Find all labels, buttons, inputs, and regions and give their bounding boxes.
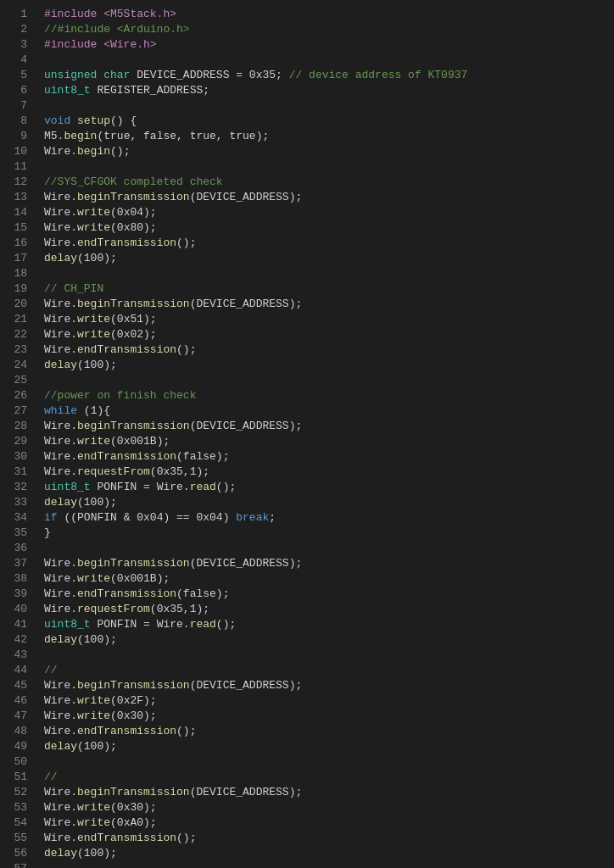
code-line: delay(100); (44, 846, 614, 861)
code-line: Wire.endTransmission(false); (44, 587, 614, 602)
code-line: delay(100); (44, 632, 614, 648)
code-line: Wire.endTransmission(false); (44, 449, 614, 465)
line-number: 45 (7, 678, 27, 693)
code-line: Wire.beginTransmission(DEVICE_ADDRESS); (44, 419, 614, 434)
line-number: 3 (7, 37, 27, 53)
line-number: 43 (7, 648, 27, 663)
code-line: Wire.endTransmission(); (44, 724, 614, 739)
code-line: delay(100); (44, 358, 614, 373)
line-number: 12 (7, 175, 27, 190)
code-line: //#include <Arduino.h> (44, 22, 614, 37)
line-number: 14 (7, 205, 27, 220)
code-line: uint8_t PONFIN = Wire.read(); (44, 617, 614, 632)
code-line (44, 754, 614, 770)
code-line: Wire.write(0x001B); (44, 571, 614, 587)
line-number: 50 (7, 754, 27, 770)
line-number: 22 (7, 327, 27, 342)
code-line: //power on finish check (44, 388, 614, 403)
line-number: 8 (7, 114, 27, 129)
line-number: 16 (7, 236, 27, 251)
line-number: 55 (7, 831, 27, 846)
line-number: 31 (7, 465, 27, 480)
line-number: 27 (7, 403, 27, 419)
line-number: 39 (7, 587, 27, 602)
line-number: 17 (7, 251, 27, 266)
code-line: Wire.write(0xA0); (44, 815, 614, 831)
code-line (44, 266, 614, 281)
code-line: // (44, 770, 614, 785)
line-number: 32 (7, 480, 27, 495)
line-number: 52 (7, 785, 27, 800)
code-line: Wire.beginTransmission(DEVICE_ADDRESS); (44, 678, 614, 693)
line-number: 44 (7, 663, 27, 678)
line-number: 4 (7, 53, 27, 68)
line-number: 51 (7, 770, 27, 785)
line-number: 10 (7, 144, 27, 159)
code-line: Wire.beginTransmission(DEVICE_ADDRESS); (44, 785, 614, 800)
line-number: 40 (7, 602, 27, 617)
line-number: 13 (7, 190, 27, 205)
code-line: Wire.write(0x51); (44, 312, 614, 327)
line-number: 33 (7, 495, 27, 510)
code-line: unsigned char DEVICE_ADDRESS = 0x35; // … (44, 68, 614, 83)
code-line: delay(100); (44, 739, 614, 754)
code-line: Wire.write(0x04); (44, 205, 614, 220)
line-number: 56 (7, 846, 27, 861)
code-line (44, 159, 614, 175)
code-line: Wire.write(0x2F); (44, 693, 614, 709)
line-number: 23 (7, 342, 27, 358)
line-number: 9 (7, 129, 27, 144)
line-number-gutter: 1234567891011121314151617181920212223242… (0, 7, 34, 868)
code-line: #include <M5Stack.h> (44, 7, 614, 22)
code-line: uint8_t REGISTER_ADDRESS; (44, 83, 614, 98)
line-number: 41 (7, 617, 27, 632)
code-line: Wire.write(0x30); (44, 709, 614, 724)
line-number: 6 (7, 83, 27, 98)
line-number: 11 (7, 159, 27, 175)
line-number: 24 (7, 358, 27, 373)
line-number: 36 (7, 541, 27, 556)
code-line: //SYS_CFGOK completed check (44, 175, 614, 190)
line-number: 29 (7, 434, 27, 449)
code-line: #include <Wire.h> (44, 37, 614, 53)
code-editor: 1234567891011121314151617181920212223242… (0, 0, 614, 868)
code-line: delay(100); (44, 495, 614, 510)
code-line: M5.begin(true, false, true, true); (44, 129, 614, 144)
line-number: 18 (7, 266, 27, 281)
code-line: Wire.requestFrom(0x35,1); (44, 465, 614, 480)
line-number: 7 (7, 98, 27, 114)
code-line: Wire.beginTransmission(DEVICE_ADDRESS); (44, 190, 614, 205)
code-line: delay(100); (44, 251, 614, 266)
line-number: 19 (7, 281, 27, 297)
line-number: 35 (7, 526, 27, 541)
code-line: } (44, 526, 614, 541)
code-content[interactable]: #include <M5Stack.h>//#include <Arduino.… (34, 7, 614, 868)
line-number: 25 (7, 373, 27, 388)
code-line: Wire.beginTransmission(DEVICE_ADDRESS); (44, 297, 614, 312)
line-number: 30 (7, 449, 27, 465)
line-number: 54 (7, 815, 27, 831)
code-line: Wire.begin(); (44, 144, 614, 159)
code-line (44, 541, 614, 556)
code-line: while (1){ (44, 403, 614, 419)
code-line: Wire.write(0x80); (44, 220, 614, 236)
line-number: 57 (7, 861, 27, 868)
line-number: 49 (7, 739, 27, 754)
line-number: 5 (7, 68, 27, 83)
line-number: 38 (7, 571, 27, 587)
code-line: // (44, 663, 614, 678)
line-number: 2 (7, 22, 27, 37)
code-line (44, 648, 614, 663)
code-line: uint8_t PONFIN = Wire.read(); (44, 480, 614, 495)
line-number: 42 (7, 632, 27, 648)
code-line: Wire.requestFrom(0x35,1); (44, 602, 614, 617)
code-line (44, 373, 614, 388)
line-number: 53 (7, 800, 27, 815)
code-line (44, 98, 614, 114)
line-number: 1 (7, 7, 27, 22)
code-line: Wire.beginTransmission(DEVICE_ADDRESS); (44, 556, 614, 571)
code-line: Wire.write(0x30); (44, 800, 614, 815)
code-line: Wire.endTransmission(); (44, 831, 614, 846)
line-number: 46 (7, 693, 27, 709)
line-number: 48 (7, 724, 27, 739)
